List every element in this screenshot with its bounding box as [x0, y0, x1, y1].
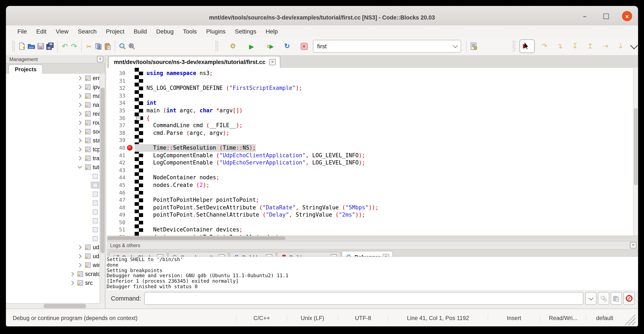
menu-view[interactable]: View: [51, 28, 73, 35]
breakpoint-margin[interactable]: [125, 70, 135, 77]
run-button[interactable]: ▶: [247, 40, 256, 52]
breakpoint-margin[interactable]: [125, 144, 135, 152]
tree-item-ipv6[interactable]: ipv6: [6, 83, 100, 92]
next-instruction-button[interactable]: ⇢: [601, 40, 610, 52]
tree-item-udp[interactable]: udp: [6, 243, 100, 252]
tree-item-se[interactable]: se: [6, 216, 100, 225]
code-line-46[interactable]: 46: [107, 189, 638, 196]
tree-item-fo[interactable]: fo: [6, 189, 100, 198]
line-number[interactable]: 35: [107, 107, 125, 114]
code-line-44[interactable]: 44 NodeContainer nodes;: [107, 174, 638, 181]
tree-item-label-box[interactable]: tcp: [83, 146, 100, 153]
code-line-31[interactable]: 31: [107, 77, 638, 84]
line-number[interactable]: 39: [107, 137, 125, 144]
tree-item-fir[interactable]: fir: [6, 181, 100, 189]
debugging-windows-button[interactable]: [610, 292, 622, 305]
toolbar-grip[interactable]: [12, 41, 15, 52]
management-close-icon[interactable]: ×: [97, 56, 103, 62]
menu-help[interactable]: Help: [261, 28, 282, 35]
menu-tools[interactable]: Tools: [178, 28, 201, 35]
fold-marker-icon[interactable]: [136, 116, 140, 120]
menu-debug[interactable]: Debug: [152, 28, 178, 35]
chevron-right-icon[interactable]: [77, 146, 83, 152]
maximize-button[interactable]: [601, 11, 611, 21]
menu-project[interactable]: Project: [101, 28, 129, 35]
next-line-button[interactable]: ↴: [555, 40, 564, 52]
tree-item-label-box[interactable]: scratch: [75, 270, 100, 278]
menu-file[interactable]: File: [13, 28, 32, 35]
tree-item-label-box[interactable]: tuto: [83, 164, 100, 171]
breakpoint-margin[interactable]: [125, 196, 135, 204]
breakpoint-icon[interactable]: [127, 145, 132, 150]
code-line-48[interactable]: 48 pointToPoint.SetDeviceAttribute ("Dat…: [107, 204, 638, 211]
tree-item-label-box[interactable]: erro: [83, 75, 100, 82]
tree-item-sock[interactable]: sock: [6, 127, 100, 136]
find-button[interactable]: [118, 40, 127, 52]
breakpoint-margin[interactable]: [125, 226, 135, 233]
tree-item-traff[interactable]: traff: [6, 154, 100, 163]
chevron-right-icon[interactable]: [77, 262, 83, 268]
line-number[interactable]: 34: [107, 99, 125, 107]
chevron-right-icon[interactable]: [77, 84, 83, 90]
menu-settings[interactable]: Settings: [230, 28, 261, 35]
chevron-right-icon[interactable]: [70, 280, 75, 286]
close-button[interactable]: ×: [622, 11, 632, 21]
line-number[interactable]: 46: [107, 189, 125, 196]
tree-item-nam[interactable]: nam: [6, 101, 100, 109]
code-line-50[interactable]: 50: [107, 219, 638, 226]
minimize-button[interactable]: –: [580, 11, 590, 21]
scrollbar-thumb[interactable]: [100, 88, 104, 253]
chevron-right-icon[interactable]: [77, 93, 83, 99]
code-line-52[interactable]: 52 devices = pointToPoint.Install (nodes…: [107, 233, 638, 236]
tree-item-label-box[interactable]: six: [90, 226, 100, 233]
code-line-35[interactable]: 35main (int argc, char *argv[]): [107, 107, 638, 114]
code-line-51[interactable]: 51 NetDeviceContainer devices;: [107, 226, 638, 233]
editor-tab-first-cc[interactable]: mnt/dev/tools/source/ns-3-dev/examples/t…: [108, 56, 280, 68]
code-line-42[interactable]: 42 LogComponentEnable ("UdpEchoServerApp…: [107, 159, 638, 166]
scrollbar-thumb[interactable]: [108, 236, 286, 240]
line-number[interactable]: 36: [107, 114, 125, 122]
breakpoint-margin[interactable]: [125, 189, 135, 196]
toolbar-grip[interactable]: [513, 41, 516, 52]
chevron-right-icon[interactable]: [77, 138, 83, 143]
breakpoint-margin[interactable]: [125, 92, 135, 99]
step-into-instruction-button[interactable]: ⇣: [616, 40, 625, 52]
build-target-combo[interactable]: first: [313, 40, 461, 53]
breakpoint-margin[interactable]: [125, 181, 135, 189]
code-line-37[interactable]: 37 CommandLine cmd (__FILE__);: [107, 122, 638, 129]
replace-button[interactable]: R: [127, 40, 136, 52]
build-button[interactable]: ⚙: [228, 40, 238, 52]
tree-horizontal-scrollbar[interactable]: [6, 303, 100, 308]
tree-item-mat[interactable]: mat: [6, 92, 100, 101]
chevron-right-icon[interactable]: [77, 75, 83, 81]
tree-item-label-box[interactable]: nam: [83, 101, 100, 109]
breakpoint-margin[interactable]: [125, 211, 135, 219]
tree-item-label-box[interactable]: rout: [83, 119, 100, 126]
tree-item-six[interactable]: six: [6, 225, 100, 234]
copy-button[interactable]: [94, 40, 103, 52]
tree-item-label-box[interactable]: th: [90, 235, 100, 242]
breakpoint-margin[interactable]: [125, 166, 135, 174]
build-options-button[interactable]: [469, 40, 478, 52]
tree-item-label-box[interactable]: se: [90, 217, 100, 224]
editor-tab-close-icon[interactable]: ×: [269, 59, 276, 65]
line-number[interactable]: 45: [107, 181, 125, 189]
tree-item-realt[interactable]: realt: [6, 109, 100, 118]
menu-edit[interactable]: Edit: [32, 28, 51, 35]
line-number[interactable]: 41: [107, 152, 125, 159]
line-number[interactable]: 48: [107, 204, 125, 211]
tree-item-th[interactable]: th: [6, 234, 100, 243]
breakpoint-margin[interactable]: [125, 84, 135, 92]
rebuild-button[interactable]: ↻: [282, 40, 292, 52]
editor-horizontal-scrollbar[interactable]: [107, 236, 638, 240]
line-number[interactable]: 33: [107, 92, 125, 99]
tree-vertical-scrollbar[interactable]: [100, 74, 105, 303]
chevron-right-icon[interactable]: [77, 253, 83, 259]
breakpoint-margin[interactable]: [125, 122, 135, 129]
step-out-button[interactable]: ↥: [586, 40, 595, 52]
tree-item-label-box[interactable]: realt: [83, 110, 100, 117]
combo-chevron-down-icon[interactable]: [453, 43, 458, 48]
tree-item-rout[interactable]: rout: [6, 118, 100, 127]
chevron-right-icon[interactable]: [77, 155, 83, 161]
run-to-cursor-button[interactable]: ↷: [540, 40, 549, 52]
